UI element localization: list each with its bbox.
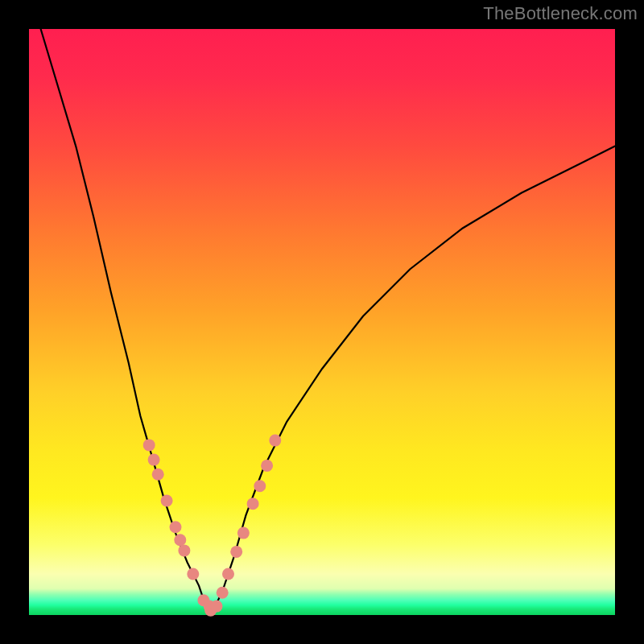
left-dots [143, 439, 216, 612]
data-dot [161, 495, 173, 507]
chart-frame: TheBottleneck.com [0, 0, 644, 644]
data-dot [269, 435, 281, 447]
data-dot [178, 544, 190, 556]
left-curve-path [41, 29, 211, 615]
plot-area [29, 29, 615, 615]
data-dot [222, 568, 234, 580]
right-curve-path [211, 147, 615, 615]
data-dot [187, 568, 199, 580]
watermark-text: TheBottleneck.com [483, 3, 638, 24]
data-dot [230, 546, 242, 558]
data-dot [170, 521, 182, 533]
data-dot [152, 469, 164, 481]
data-dot [237, 527, 250, 539]
data-dot [143, 439, 155, 451]
curves-svg [29, 29, 615, 615]
left-curve [41, 29, 211, 615]
data-dot [148, 454, 160, 466]
data-dot [217, 587, 229, 599]
data-dot [247, 497, 259, 510]
data-dot [174, 534, 186, 546]
data-dot [254, 480, 266, 492]
right-curve [211, 147, 615, 615]
data-dot [211, 601, 223, 613]
data-dot [261, 460, 273, 472]
